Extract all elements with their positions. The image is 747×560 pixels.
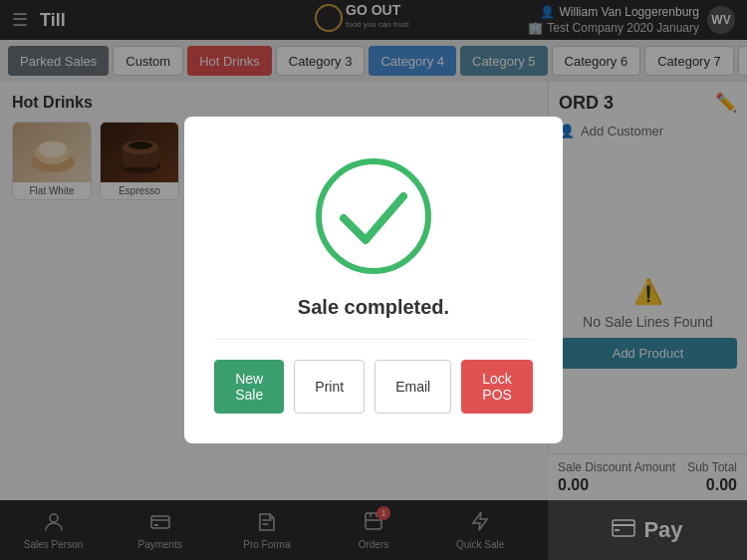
modal-buttons: New Sale Print Email Lock POS xyxy=(214,339,533,414)
modal-overlay: Sale completed. New Sale Print Email Loc… xyxy=(0,0,747,560)
checkmark-circle-icon xyxy=(314,156,433,276)
sale-completed-text: Sale completed. xyxy=(298,296,449,319)
lock-pos-button[interactable]: Lock POS xyxy=(461,360,533,414)
sale-completed-modal: Sale completed. New Sale Print Email Loc… xyxy=(184,117,563,443)
print-button[interactable]: Print xyxy=(294,360,365,414)
svg-point-23 xyxy=(319,161,428,271)
email-button[interactable]: Email xyxy=(374,360,451,414)
new-sale-button[interactable]: New Sale xyxy=(214,360,284,414)
